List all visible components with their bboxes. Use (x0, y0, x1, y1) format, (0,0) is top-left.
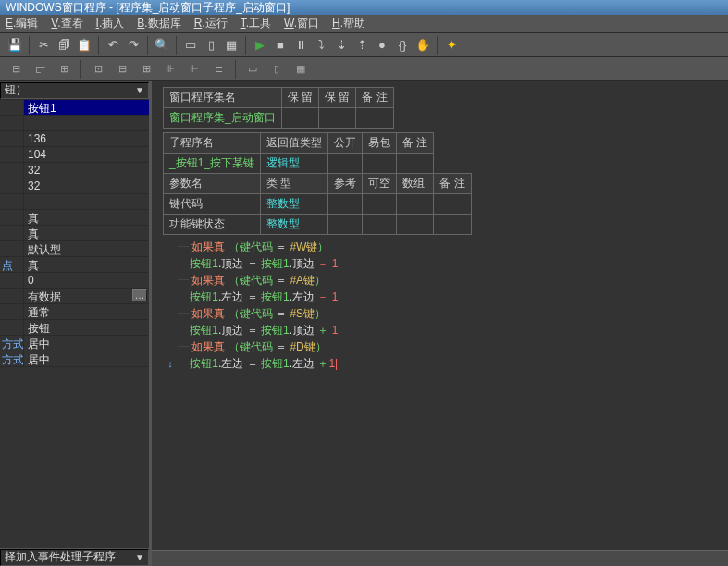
table-cell[interactable] (356, 108, 393, 129)
code-line[interactable]: ┈ 如果真 （键代码 ＝ #W键） (163, 239, 728, 255)
table-cell[interactable] (319, 108, 356, 129)
star-icon[interactable]: ✦ (442, 36, 461, 55)
sub-name-cell[interactable]: _按钮1_按下某键 (164, 154, 261, 174)
code-line[interactable]: ↓ 按钮1.左边 ＝ 按钮1.左边 ＋1| (163, 355, 728, 372)
property-row[interactable]: 按钮1 (0, 100, 149, 116)
more-button[interactable]: … (132, 289, 147, 301)
align2-icon[interactable]: ⫍ (30, 60, 50, 79)
table-row[interactable]: 功能键状态 整数型 (164, 215, 472, 235)
property-value[interactable]: 真 (24, 210, 149, 225)
property-row[interactable]: 有数据… (0, 289, 149, 304)
menu-view[interactable]: V.查看 (51, 16, 82, 31)
code-editor[interactable]: 窗口程序集名 保 留 保 留 备 注 窗口程序集_启动窗口 子程序名 返回值类型… (152, 81, 728, 566)
align3-icon[interactable]: ⊞ (54, 60, 74, 79)
property-row[interactable]: 点真 (0, 257, 149, 273)
table-row[interactable]: _按钮1_按下某键 逻辑型 (164, 154, 472, 174)
property-value[interactable]: 真 (24, 257, 149, 272)
table-cell[interactable] (328, 215, 363, 235)
table-cell[interactable] (328, 154, 363, 174)
layout3-icon[interactable]: ▦ (222, 36, 241, 55)
type-cell[interactable]: 整数型 (261, 194, 328, 215)
table-cell[interactable] (363, 154, 397, 174)
property-value[interactable]: 按钮1 (24, 100, 149, 115)
layout2-icon[interactable]: ▯ (202, 36, 220, 55)
property-row[interactable]: 真 (0, 226, 149, 241)
property-row[interactable]: 方式居中 (0, 351, 149, 367)
menu-database[interactable]: B.数据库 (137, 16, 180, 31)
redo-icon[interactable]: ↷ (124, 36, 142, 55)
code-line[interactable]: 按钮1.顶边 ＝ 按钮1.顶边 － 1 (163, 255, 728, 272)
table-cell[interactable] (281, 108, 318, 129)
property-row[interactable] (0, 116, 149, 131)
code-line[interactable]: 按钮1.顶边 ＝ 按钮1.顶边 ＋ 1 (163, 322, 728, 338)
table-row[interactable]: 键代码 整数型 (164, 194, 472, 215)
property-value[interactable]: 居中 (24, 336, 149, 351)
property-row[interactable]: 32 (0, 163, 149, 178)
type-cell[interactable]: 逻辑型 (261, 154, 328, 174)
undo-icon[interactable]: ↶ (104, 36, 122, 55)
table-cell[interactable] (397, 154, 434, 174)
braces-icon[interactable]: {} (393, 36, 412, 55)
property-value[interactable] (24, 116, 149, 130)
menu-tools[interactable]: T.工具 (241, 16, 271, 31)
property-row[interactable]: 0 (0, 273, 149, 289)
align9-icon[interactable]: ⊏ (208, 60, 228, 79)
property-row[interactable]: 32 (0, 178, 149, 194)
code-line[interactable]: ┈ 如果真 （键代码 ＝ #D键） (163, 338, 728, 355)
property-row[interactable]: 104 (0, 147, 149, 163)
tb-save-icon[interactable]: 💾 (6, 36, 24, 55)
property-value[interactable]: 32 (24, 163, 149, 178)
property-row[interactable]: 136 (0, 131, 149, 147)
type-cell[interactable]: 整数型 (261, 215, 328, 235)
menu-help[interactable]: H.帮助 (332, 16, 365, 31)
cut-icon[interactable]: ✂ (34, 36, 53, 55)
align8-icon[interactable]: ⊩ (184, 60, 204, 79)
property-value[interactable]: 有数据… (24, 289, 149, 303)
property-value[interactable]: 真 (24, 226, 149, 240)
align11-icon[interactable]: ▯ (266, 60, 287, 79)
table-row[interactable]: 窗口程序集_启动窗口 (164, 108, 394, 129)
table-cell[interactable] (363, 215, 397, 235)
pause-icon[interactable]: ⏸ (291, 36, 310, 55)
property-value[interactable]: 0 (24, 273, 149, 288)
property-row[interactable]: 真 (0, 210, 149, 226)
code-lines[interactable]: ┈ 如果真 （键代码 ＝ #W键） 按钮1.顶边 ＝ 按钮1.顶边 － 1┈ 如… (163, 239, 728, 372)
property-row[interactable]: 通常 (0, 304, 149, 320)
object-selector[interactable]: 钮） ▼ (0, 82, 149, 99)
property-value[interactable]: 默认型 (24, 241, 149, 256)
assembly-name-cell[interactable]: 窗口程序集_启动窗口 (164, 108, 282, 129)
property-row[interactable]: 默认型 (0, 241, 149, 257)
align12-icon[interactable]: ▦ (290, 60, 311, 79)
param-name-cell[interactable]: 键代码 (164, 194, 261, 215)
code-line[interactable]: ┈ 如果真 （键代码 ＝ #A键） (163, 272, 728, 289)
property-value[interactable] (24, 194, 149, 209)
code-line[interactable]: ┈ 如果真 （键代码 ＝ #S键） (163, 305, 728, 322)
property-value[interactable]: 136 (24, 131, 149, 146)
step-into-icon[interactable]: ⇣ (332, 36, 351, 55)
align5-icon[interactable]: ⊟ (112, 60, 132, 79)
menu-insert[interactable]: I.插入 (96, 16, 125, 31)
menu-run[interactable]: R.运行 (194, 16, 228, 31)
property-value[interactable]: 104 (24, 147, 149, 162)
menu-window[interactable]: W.窗口 (284, 16, 319, 31)
menu-edit[interactable]: E.编辑 (6, 16, 38, 31)
table-cell[interactable] (397, 215, 434, 235)
run-icon[interactable]: ▶ (251, 36, 269, 55)
align6-icon[interactable]: ⊞ (136, 60, 156, 79)
step-over-icon[interactable]: ⤵ (312, 36, 330, 55)
table-cell[interactable] (328, 194, 363, 215)
table-cell[interactable] (363, 194, 397, 215)
property-value[interactable]: 居中 (24, 351, 149, 366)
stop-icon[interactable]: ■ (271, 36, 290, 55)
property-value[interactable]: 通常 (24, 304, 149, 319)
align1-icon[interactable]: ⊟ (6, 60, 26, 79)
property-row[interactable]: 按钮 (0, 320, 149, 336)
align10-icon[interactable]: ▭ (242, 60, 263, 79)
property-value[interactable]: 32 (24, 178, 149, 193)
param-name-cell[interactable]: 功能键状态 (164, 215, 261, 235)
code-line[interactable]: 按钮1.左边 ＝ 按钮1.左边 － 1 (163, 289, 728, 305)
table-cell[interactable] (434, 194, 471, 215)
copy-icon[interactable]: 🗐 (55, 36, 73, 55)
event-selector[interactable]: 择加入事件处理子程序 ▼ (0, 549, 149, 566)
property-row[interactable]: 方式居中 (0, 336, 149, 351)
